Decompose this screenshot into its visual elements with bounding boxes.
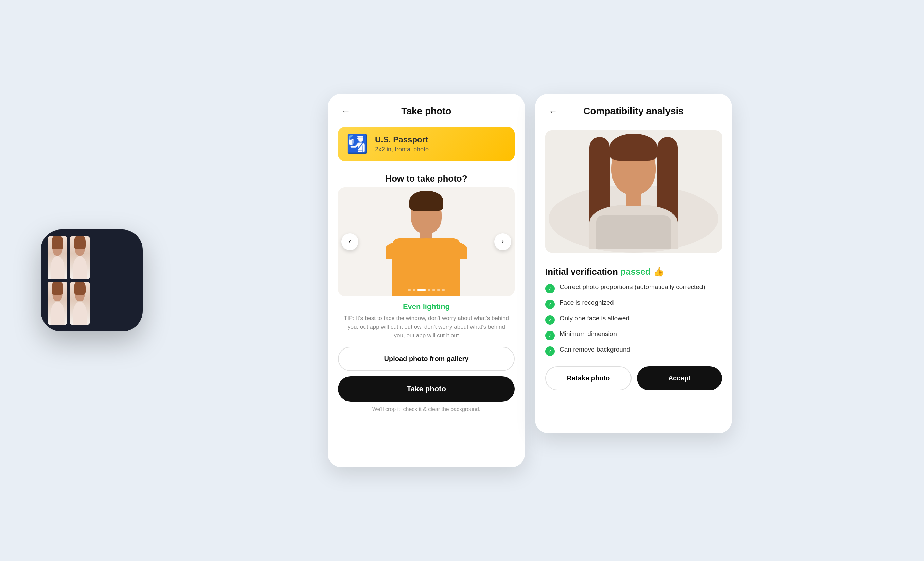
check-label-2: Only one face is allowed [560,314,630,322]
check-icon-3: ✓ [545,331,555,340]
scene: ← Take photo 🛂 U.S. Passport 2x2 in, fro… [0,0,924,561]
icon-photo-4 [70,282,90,325]
check-icon-2: ✓ [545,315,555,325]
woman-figure [579,134,688,249]
back-arrow-icon: ← [341,106,350,116]
passport-title: U.S. Passport [375,135,429,144]
check-item-0: ✓ Correct photo proportions (automatical… [545,283,722,293]
analysis-photo [545,130,722,253]
screen2-header: ← Compatibility analysis [535,93,732,123]
accept-button[interactable]: Accept [637,366,722,390]
take-photo-button[interactable]: Take photo [338,376,514,402]
carousel-next-button[interactable]: › [494,233,511,250]
check-icon-1: ✓ [545,299,555,309]
check-item-4: ✓ Can remove background [545,346,722,356]
verification-title: Initial verification passed 👍 [535,259,732,283]
check-label-0: Correct photo proportions (automatically… [560,283,705,291]
screen2-title: Compatibility analysis [583,106,684,117]
icon-photo-2 [70,236,90,279]
passport-emoji: 🛂 [346,134,368,154]
photo-carousel: ‹ [338,187,514,296]
icon-photo-3 [48,282,67,325]
dot-6 [437,289,440,291]
back-arrow-icon-2: ← [549,106,558,116]
check-item-2: ✓ Only one face is allowed [545,314,722,325]
carousel-prev-button[interactable]: ‹ [341,233,358,250]
screen1-back-button[interactable]: ← [341,106,350,117]
check-list: ✓ Correct photo proportions (automatical… [535,283,732,356]
dot-5 [432,289,435,291]
analysis-photo-area [545,130,722,253]
person-figure [386,191,467,296]
dot-4 [428,289,430,291]
passport-subtitle: 2x2 in, frontal photo [375,146,429,153]
how-to-title: How to take photo? [328,168,525,187]
upload-photo-button[interactable]: Upload photo from gallery [338,347,514,371]
icon-photo-1 [48,236,67,279]
tip-title: Even lighting [328,296,525,314]
carousel-dots [408,289,445,291]
dot-7 [442,289,445,291]
take-photo-screen: ← Take photo 🛂 U.S. Passport 2x2 in, fro… [328,93,525,468]
app-icon-wrapper [41,230,142,331]
passport-info: U.S. Passport 2x2 in, frontal photo [375,135,429,153]
check-item-3: ✓ Minimum dimension [545,330,722,340]
crop-note: We'll crop it, check it & clear the back… [328,406,525,423]
passport-banner: 🛂 U.S. Passport 2x2 in, frontal photo [338,127,514,161]
check-label-4: Can remove background [560,346,630,353]
dot-1 [408,289,411,291]
screen1-title: Take photo [401,106,451,117]
dot-3 [417,289,426,291]
screen1-header: ← Take photo [328,93,525,123]
retake-button[interactable]: Retake photo [545,366,632,390]
check-label-3: Minimum dimension [560,330,617,338]
check-icon-4: ✓ [545,346,555,356]
action-buttons: Retake photo Accept [535,356,732,403]
carousel-image [338,187,514,296]
app-icon [41,230,142,331]
compatibility-screen: ← Compatibility analysis [535,93,732,433]
screen2-back-button[interactable]: ← [549,106,558,117]
check-icon-0: ✓ [545,284,555,293]
check-item-1: ✓ Face is recognized [545,299,722,309]
dot-2 [413,289,416,291]
tip-text: TIP: It's best to face the window, don't… [328,314,525,347]
phone-screens: ← Take photo 🛂 U.S. Passport 2x2 in, fro… [177,93,883,468]
check-label-1: Face is recognized [560,299,614,306]
